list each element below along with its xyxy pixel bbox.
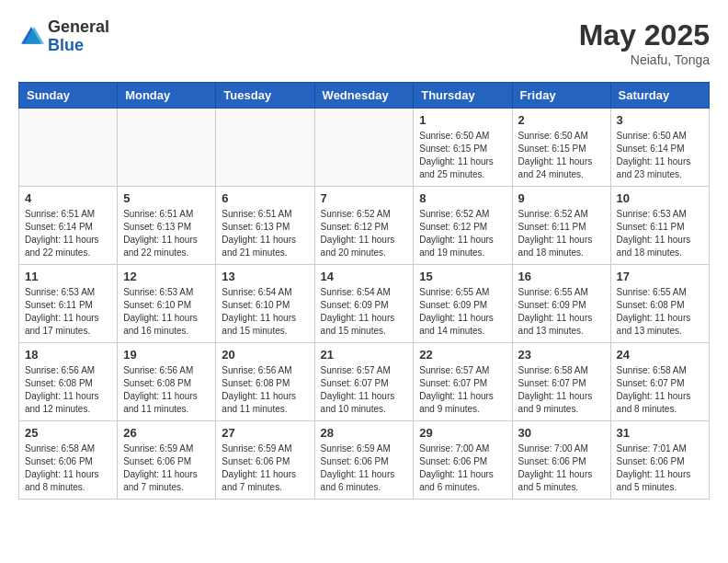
calendar-week-row: 18Sunrise: 6:56 AM Sunset: 6:08 PM Dayli…: [19, 343, 710, 421]
day-info: Sunrise: 6:59 AM Sunset: 6:06 PM Dayligh…: [123, 442, 210, 494]
weekday-header: Thursday: [414, 83, 512, 109]
day-info: Sunrise: 7:01 AM Sunset: 6:06 PM Dayligh…: [617, 442, 703, 494]
day-number: 11: [25, 270, 111, 283]
day-info: Sunrise: 6:58 AM Sunset: 6:06 PM Dayligh…: [25, 442, 111, 494]
day-info: Sunrise: 6:57 AM Sunset: 6:07 PM Dayligh…: [419, 364, 506, 416]
day-info: Sunrise: 6:53 AM Sunset: 6:11 PM Dayligh…: [25, 286, 111, 338]
calendar-day-cell: [19, 109, 118, 187]
day-info: Sunrise: 6:51 AM Sunset: 6:13 PM Dayligh…: [123, 208, 210, 259]
day-info: Sunrise: 6:59 AM Sunset: 6:06 PM Dayligh…: [222, 442, 308, 494]
day-number: 21: [321, 348, 408, 362]
calendar-day-cell: 1Sunrise: 6:50 AM Sunset: 6:15 PM Daylig…: [414, 109, 512, 187]
day-info: Sunrise: 7:00 AM Sunset: 6:06 PM Dayligh…: [419, 442, 506, 494]
day-info: Sunrise: 6:50 AM Sunset: 6:15 PM Dayligh…: [419, 130, 506, 181]
calendar-day-cell: [118, 109, 216, 187]
logo-general: General: [48, 17, 109, 36]
day-number: 12: [123, 270, 210, 283]
day-number: 18: [25, 348, 111, 362]
calendar-day-cell: 14Sunrise: 6:54 AM Sunset: 6:09 PM Dayli…: [314, 265, 414, 343]
calendar-day-cell: 18Sunrise: 6:56 AM Sunset: 6:08 PM Dayli…: [19, 343, 118, 421]
day-info: Sunrise: 6:59 AM Sunset: 6:06 PM Dayligh…: [321, 442, 408, 494]
calendar-day-cell: 31Sunrise: 7:01 AM Sunset: 6:06 PM Dayli…: [610, 421, 709, 500]
day-number: 26: [123, 426, 210, 440]
calendar-week-row: 1Sunrise: 6:50 AM Sunset: 6:15 PM Daylig…: [19, 109, 710, 187]
weekday-header: Monday: [118, 83, 216, 109]
day-info: Sunrise: 6:56 AM Sunset: 6:08 PM Dayligh…: [25, 364, 111, 416]
calendar-day-cell: 15Sunrise: 6:55 AM Sunset: 6:09 PM Dayli…: [414, 265, 512, 343]
logo: General Blue: [18, 18, 109, 55]
calendar-day-cell: 8Sunrise: 6:52 AM Sunset: 6:12 PM Daylig…: [414, 187, 512, 265]
day-number: 31: [617, 426, 703, 440]
day-number: 4: [25, 191, 111, 205]
calendar-day-cell: 7Sunrise: 6:52 AM Sunset: 6:12 PM Daylig…: [314, 187, 414, 265]
calendar-day-cell: 23Sunrise: 6:58 AM Sunset: 6:07 PM Dayli…: [512, 343, 610, 421]
day-number: 3: [617, 113, 703, 127]
calendar-title: May 2025: [579, 18, 710, 52]
calendar-day-cell: 19Sunrise: 6:56 AM Sunset: 6:08 PM Dayli…: [118, 343, 216, 421]
calendar-day-cell: 26Sunrise: 6:59 AM Sunset: 6:06 PM Dayli…: [118, 421, 216, 500]
day-info: Sunrise: 6:51 AM Sunset: 6:14 PM Dayligh…: [25, 208, 111, 259]
day-number: 23: [518, 348, 605, 362]
day-info: Sunrise: 6:58 AM Sunset: 6:07 PM Dayligh…: [617, 364, 703, 416]
day-info: Sunrise: 6:55 AM Sunset: 6:09 PM Dayligh…: [419, 286, 506, 338]
calendar-day-cell: 5Sunrise: 6:51 AM Sunset: 6:13 PM Daylig…: [118, 187, 216, 265]
calendar-day-cell: 6Sunrise: 6:51 AM Sunset: 6:13 PM Daylig…: [216, 187, 314, 265]
day-info: Sunrise: 6:56 AM Sunset: 6:08 PM Dayligh…: [123, 364, 210, 416]
calendar-day-cell: 4Sunrise: 6:51 AM Sunset: 6:14 PM Daylig…: [19, 187, 118, 265]
day-info: Sunrise: 6:51 AM Sunset: 6:13 PM Dayligh…: [222, 208, 308, 259]
calendar-day-cell: 10Sunrise: 6:53 AM Sunset: 6:11 PM Dayli…: [610, 187, 709, 265]
day-info: Sunrise: 6:56 AM Sunset: 6:08 PM Dayligh…: [222, 364, 308, 416]
calendar-week-row: 25Sunrise: 6:58 AM Sunset: 6:06 PM Dayli…: [19, 421, 710, 500]
day-number: 13: [222, 270, 308, 283]
calendar-day-cell: 25Sunrise: 6:58 AM Sunset: 6:06 PM Dayli…: [19, 421, 118, 500]
page-header: General Blue May 2025 Neiafu, Tonga: [18, 18, 710, 67]
day-info: Sunrise: 6:55 AM Sunset: 6:08 PM Dayligh…: [617, 286, 703, 338]
calendar-day-cell: 9Sunrise: 6:52 AM Sunset: 6:11 PM Daylig…: [512, 187, 610, 265]
day-info: Sunrise: 6:53 AM Sunset: 6:10 PM Dayligh…: [123, 286, 210, 338]
day-number: 9: [518, 191, 605, 205]
day-number: 7: [321, 191, 408, 205]
day-number: 22: [419, 348, 506, 362]
day-number: 1: [419, 113, 506, 127]
weekday-header: Sunday: [19, 83, 118, 109]
calendar-week-row: 11Sunrise: 6:53 AM Sunset: 6:11 PM Dayli…: [19, 265, 710, 343]
day-info: Sunrise: 6:52 AM Sunset: 6:11 PM Dayligh…: [518, 208, 605, 259]
day-number: 16: [518, 270, 605, 283]
day-info: Sunrise: 7:00 AM Sunset: 6:06 PM Dayligh…: [518, 442, 605, 494]
day-number: 24: [617, 348, 703, 362]
weekday-header-row: SundayMondayTuesdayWednesdayThursdayFrid…: [19, 83, 710, 109]
day-number: 10: [617, 191, 703, 205]
weekday-header: Wednesday: [314, 83, 414, 109]
calendar-day-cell: 29Sunrise: 7:00 AM Sunset: 6:06 PM Dayli…: [414, 421, 512, 500]
day-info: Sunrise: 6:52 AM Sunset: 6:12 PM Dayligh…: [419, 208, 506, 259]
weekday-header: Friday: [512, 83, 610, 109]
title-block: May 2025 Neiafu, Tonga: [579, 18, 710, 67]
day-number: 27: [222, 426, 308, 440]
calendar-day-cell: 24Sunrise: 6:58 AM Sunset: 6:07 PM Dayli…: [610, 343, 709, 421]
day-number: 14: [321, 270, 408, 283]
calendar-day-cell: [314, 109, 414, 187]
calendar-day-cell: 13Sunrise: 6:54 AM Sunset: 6:10 PM Dayli…: [216, 265, 314, 343]
calendar-day-cell: 12Sunrise: 6:53 AM Sunset: 6:10 PM Dayli…: [118, 265, 216, 343]
day-number: 6: [222, 191, 308, 205]
day-number: 29: [419, 426, 506, 440]
day-info: Sunrise: 6:57 AM Sunset: 6:07 PM Dayligh…: [321, 364, 408, 416]
day-number: 15: [419, 270, 506, 283]
day-number: 5: [123, 191, 210, 205]
calendar-day-cell: 30Sunrise: 7:00 AM Sunset: 6:06 PM Dayli…: [512, 421, 610, 500]
day-info: Sunrise: 6:53 AM Sunset: 6:11 PM Dayligh…: [617, 208, 703, 259]
logo-blue: Blue: [48, 36, 84, 54]
day-number: 17: [617, 270, 703, 283]
day-info: Sunrise: 6:55 AM Sunset: 6:09 PM Dayligh…: [518, 286, 605, 338]
calendar-week-row: 4Sunrise: 6:51 AM Sunset: 6:14 PM Daylig…: [19, 187, 710, 265]
calendar-day-cell: 28Sunrise: 6:59 AM Sunset: 6:06 PM Dayli…: [314, 421, 414, 500]
day-info: Sunrise: 6:50 AM Sunset: 6:15 PM Dayligh…: [518, 130, 605, 181]
day-number: 19: [123, 348, 210, 362]
logo-icon: [18, 24, 44, 50]
calendar-location: Neiafu, Tonga: [579, 52, 710, 67]
day-info: Sunrise: 6:52 AM Sunset: 6:12 PM Dayligh…: [321, 208, 408, 259]
calendar-day-cell: 17Sunrise: 6:55 AM Sunset: 6:08 PM Dayli…: [610, 265, 709, 343]
calendar-day-cell: 16Sunrise: 6:55 AM Sunset: 6:09 PM Dayli…: [512, 265, 610, 343]
calendar-day-cell: 3Sunrise: 6:50 AM Sunset: 6:14 PM Daylig…: [610, 109, 709, 187]
day-number: 8: [419, 191, 506, 205]
